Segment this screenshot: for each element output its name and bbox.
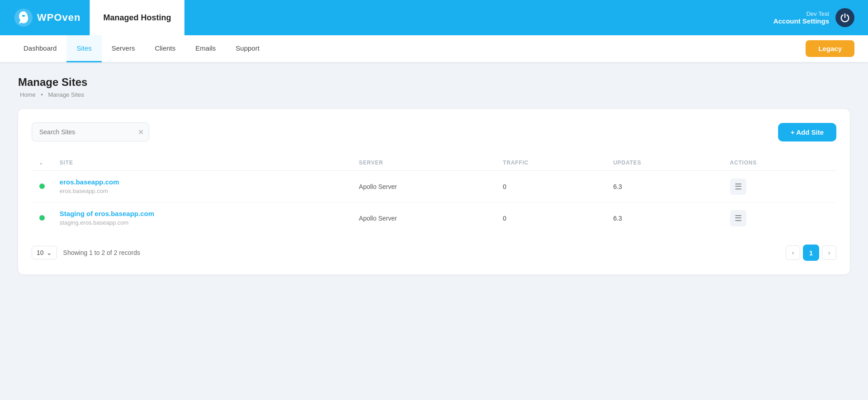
server-name: Apollo Server bbox=[359, 215, 397, 222]
row-actions-button[interactable]: ☰ bbox=[730, 179, 746, 195]
nav-item-dashboard[interactable]: Dashboard bbox=[14, 35, 66, 62]
row-site-cell: Staging of eros.baseapp.com staging.eros… bbox=[52, 202, 352, 234]
row-status-cell bbox=[32, 171, 52, 202]
status-dot bbox=[39, 215, 45, 221]
traffic-value: 0 bbox=[503, 183, 506, 190]
row-traffic-cell: 0 bbox=[495, 171, 606, 202]
site-url: staging.eros.baseapp.com bbox=[60, 219, 128, 226]
row-status-cell bbox=[32, 202, 52, 234]
row-server-cell: Apollo Server bbox=[352, 171, 495, 202]
row-traffic-cell: 0 bbox=[495, 202, 606, 234]
add-site-button[interactable]: + Add Site bbox=[778, 123, 836, 141]
col-site: SITE bbox=[52, 155, 352, 171]
logo-text: WPOven bbox=[37, 12, 80, 24]
col-traffic: TRAFFIC bbox=[495, 155, 606, 171]
top-header: WPOven Managed Hosting Dev Test Account … bbox=[0, 0, 868, 35]
search-input[interactable] bbox=[32, 122, 149, 141]
site-link[interactable]: Staging of eros.baseapp.com bbox=[60, 210, 344, 217]
page-1-button[interactable]: 1 bbox=[803, 245, 819, 261]
prev-page-button[interactable]: ‹ bbox=[786, 245, 800, 260]
managed-hosting-tab[interactable]: Managed Hosting bbox=[90, 0, 184, 35]
status-dot bbox=[39, 184, 45, 189]
nav-item-sites[interactable]: Sites bbox=[66, 35, 101, 62]
next-page-button[interactable]: › bbox=[822, 245, 836, 260]
power-icon bbox=[840, 13, 850, 23]
logo-area: WPOven bbox=[14, 8, 80, 28]
nav-item-clients[interactable]: Clients bbox=[145, 35, 185, 62]
account-settings-label[interactable]: Account Settings bbox=[774, 17, 829, 25]
table-row: eros.baseapp.com eros.baseapp.com Apollo… bbox=[32, 171, 836, 202]
row-site-cell: eros.baseapp.com eros.baseapp.com bbox=[52, 171, 352, 202]
breadcrumb-sep: • bbox=[41, 91, 43, 98]
col-server: SERVER bbox=[352, 155, 495, 171]
updates-value: 6.3 bbox=[613, 183, 622, 190]
site-link[interactable]: eros.baseapp.com bbox=[60, 178, 344, 186]
page-title: Manage Sites bbox=[18, 76, 850, 89]
table-header-row: ⌄ SITE SERVER TRAFFIC UPDATES ACTIONS bbox=[32, 155, 836, 171]
per-page-select[interactable]: 10 ⌄ bbox=[32, 246, 57, 259]
table-footer: 10 ⌄ Showing 1 to 2 of 2 records ‹ 1 › bbox=[32, 245, 836, 261]
account-info: Dev Test Account Settings bbox=[774, 10, 829, 25]
card-toolbar: ✕ + Add Site bbox=[32, 122, 836, 141]
row-server-cell: Apollo Server bbox=[352, 202, 495, 234]
search-clear-icon[interactable]: ✕ bbox=[138, 128, 144, 136]
nav-bar: Dashboard Sites Servers Clients Emails S… bbox=[0, 35, 868, 62]
updates-value: 6.3 bbox=[613, 215, 622, 222]
row-actions-button[interactable]: ☰ bbox=[730, 210, 746, 226]
sort-icon: ⌄ bbox=[39, 160, 43, 165]
breadcrumb-current: Manage Sites bbox=[48, 91, 85, 98]
showing-text: Showing 1 to 2 of 2 records bbox=[63, 249, 140, 256]
site-url: eros.baseapp.com bbox=[60, 188, 108, 194]
row-updates-cell: 6.3 bbox=[606, 202, 722, 234]
sites-table: ⌄ SITE SERVER TRAFFIC UPDATES ACTIONS er… bbox=[32, 155, 836, 234]
server-name: Apollo Server bbox=[359, 183, 397, 190]
breadcrumb-home[interactable]: Home bbox=[20, 91, 36, 98]
page-content: Manage Sites Home • Manage Sites ✕ + Add… bbox=[0, 62, 868, 288]
row-actions-cell: ☰ bbox=[723, 202, 836, 234]
legacy-button[interactable]: Legacy bbox=[806, 40, 854, 57]
table-row: Staging of eros.baseapp.com staging.eros… bbox=[32, 202, 836, 234]
nav-item-support[interactable]: Support bbox=[226, 35, 269, 62]
account-dev-label: Dev Test bbox=[774, 10, 829, 17]
col-sort[interactable]: ⌄ bbox=[32, 155, 52, 171]
col-updates: UPDATES bbox=[606, 155, 722, 171]
nav-item-emails[interactable]: Emails bbox=[185, 35, 226, 62]
pagination: ‹ 1 › bbox=[786, 245, 836, 261]
row-updates-cell: 6.3 bbox=[606, 171, 722, 202]
nav-item-servers[interactable]: Servers bbox=[102, 35, 145, 62]
header-right: Dev Test Account Settings bbox=[774, 8, 854, 27]
per-page-value: 10 bbox=[37, 249, 44, 256]
wpoven-logo-icon bbox=[14, 8, 33, 28]
traffic-value: 0 bbox=[503, 215, 506, 222]
nav-items: Dashboard Sites Servers Clients Emails S… bbox=[14, 35, 806, 62]
power-button[interactable] bbox=[835, 8, 854, 27]
breadcrumb: Home • Manage Sites bbox=[18, 91, 850, 98]
row-actions-cell: ☰ bbox=[723, 171, 836, 202]
per-page-arrow-icon: ⌄ bbox=[47, 249, 52, 256]
col-actions: ACTIONS bbox=[723, 155, 836, 171]
main-card: ✕ + Add Site ⌄ SITE SERVER TRAFFIC UPDAT… bbox=[18, 109, 850, 274]
search-box: ✕ bbox=[32, 122, 149, 141]
